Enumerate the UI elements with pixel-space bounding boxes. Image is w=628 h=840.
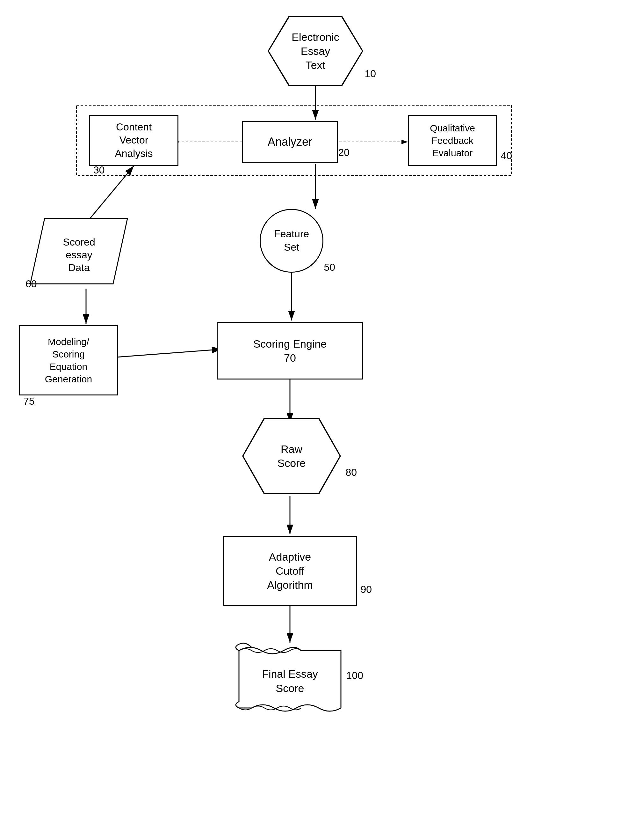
scored-essay-shape: Scored essay Data bbox=[25, 217, 134, 287]
feature-set-node: Feature Set 50 bbox=[260, 209, 323, 273]
scoring-engine-node: Scoring Engine 70 bbox=[217, 322, 363, 379]
final-essay-shape: Final Essay Score bbox=[233, 641, 347, 724]
qualitative-number: 40 bbox=[501, 150, 512, 162]
modeling-number: 75 bbox=[23, 395, 35, 407]
svg-text:Data: Data bbox=[68, 262, 90, 273]
electronic-essay-node: Electronic Essay Text 10 bbox=[268, 16, 363, 86]
modeling-node: Modeling/ Scoring Equation Generation 75 bbox=[19, 325, 118, 395]
electronic-essay-label: Electronic Essay Text bbox=[291, 30, 339, 73]
modeling-label: Modeling/ Scoring Equation Generation bbox=[45, 335, 92, 385]
feature-set-number: 50 bbox=[324, 262, 335, 273]
content-vector-number: 30 bbox=[93, 164, 105, 176]
content-vector-node: Content Vector Analysis 30 bbox=[89, 115, 178, 166]
raw-score-label: Raw Score bbox=[277, 442, 306, 470]
analyzer-label: Analyzer bbox=[268, 134, 312, 150]
svg-line-8 bbox=[116, 349, 222, 357]
analyzer-number: 20 bbox=[338, 147, 349, 158]
scored-essay-node: Scored essay Data 60 bbox=[25, 217, 134, 288]
final-essay-number: 100 bbox=[346, 670, 363, 682]
analyzer-node: Analyzer 20 bbox=[242, 121, 338, 163]
final-essay-node: Final Essay Score 100 bbox=[233, 641, 347, 725]
adaptive-cutoff-number: 90 bbox=[360, 584, 372, 595]
qualitative-node: Qualitative Feedback Evaluator 40 bbox=[408, 115, 497, 166]
svg-text:Score: Score bbox=[276, 682, 304, 694]
qualitative-label: Qualitative Feedback Evaluator bbox=[430, 122, 475, 159]
svg-text:Scored: Scored bbox=[63, 236, 95, 248]
electronic-essay-number: 10 bbox=[365, 68, 376, 80]
scoring-engine-label: Scoring Engine 70 bbox=[253, 337, 327, 365]
raw-score-node: Raw Score 80 bbox=[242, 418, 341, 494]
raw-score-number: 80 bbox=[345, 467, 357, 478]
diagram-container: Electronic Essay Text 10 Analyzer 20 Con… bbox=[0, 0, 628, 840]
svg-text:essay: essay bbox=[66, 249, 93, 261]
feature-set-label: Feature Set bbox=[274, 227, 309, 254]
svg-text:Final Essay: Final Essay bbox=[262, 668, 318, 680]
scored-essay-number: 60 bbox=[25, 278, 37, 290]
adaptive-cutoff-node: Adaptive Cutoff Algorithm 90 bbox=[223, 536, 357, 606]
adaptive-cutoff-label: Adaptive Cutoff Algorithm bbox=[267, 550, 313, 592]
content-vector-label: Content Vector Analysis bbox=[115, 120, 153, 160]
